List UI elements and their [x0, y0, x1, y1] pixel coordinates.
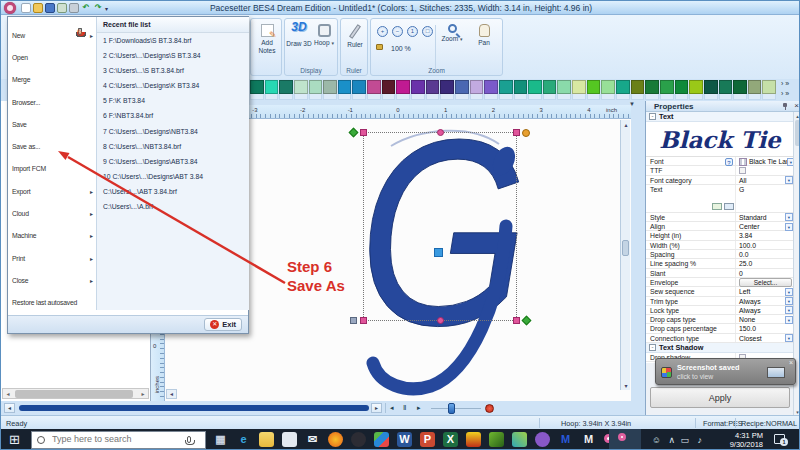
- palette-swatch[interactable]: [470, 80, 484, 94]
- resize-handle-bl[interactable]: [360, 317, 367, 324]
- network-icon[interactable]: ▭: [680, 435, 689, 445]
- tray-clock[interactable]: 4:31 PM 9/30/2018: [711, 431, 763, 449]
- recent-file-item[interactable]: 2 C:\Users\...\Designs\S BT.3.84: [97, 48, 249, 63]
- palette-swatch-empty[interactable]: [382, 94, 396, 100]
- dropdown-caret-icon[interactable]: ▾: [785, 288, 793, 296]
- palette-swatch-empty[interactable]: [587, 94, 601, 100]
- menu-item-import-fcm[interactable]: Import FCM: [8, 158, 96, 180]
- taskbar-icon-photos-collage[interactable]: [374, 432, 389, 447]
- recent-file-item[interactable]: 6 F:\NBT3.84.brf: [97, 108, 249, 123]
- exit-button[interactable]: ✕ Exit: [204, 318, 242, 331]
- recent-file-item[interactable]: 8 C:\Users\...\NBT3.84.brf: [97, 139, 249, 154]
- menu-item-browser[interactable]: Browser...: [8, 91, 96, 113]
- palette-swatch-empty[interactable]: [294, 94, 308, 100]
- canvas-hscroll-left-icon[interactable]: ◂: [166, 389, 177, 399]
- hscroll-right-icon[interactable]: ▸: [371, 403, 382, 413]
- palette-swatch[interactable]: [455, 80, 469, 94]
- zoom-button[interactable]: Zoom ▾: [437, 23, 467, 44]
- text-input-value[interactable]: G: [739, 185, 744, 194]
- palette-swatch-empty[interactable]: [719, 94, 733, 100]
- dropdown-caret-icon[interactable]: ▾: [785, 223, 793, 231]
- palette-swatch-empty[interactable]: [470, 94, 484, 100]
- step-back-icon[interactable]: ◂: [390, 403, 394, 413]
- palette-swatch[interactable]: [514, 80, 528, 94]
- speed-slider-track[interactable]: [431, 408, 481, 409]
- resize-handle-tl[interactable]: [360, 129, 367, 136]
- palette-swatch-empty[interactable]: [733, 94, 747, 100]
- menu-item-export[interactable]: Export▸: [8, 180, 96, 202]
- sequence-scrollbar[interactable]: ◂ ▸: [2, 388, 149, 399]
- zoom-region-icon[interactable]: □: [422, 26, 433, 37]
- palette-swatch[interactable]: [587, 80, 601, 94]
- palette-swatch[interactable]: [279, 80, 293, 94]
- taskbar-icon-store[interactable]: [282, 432, 297, 447]
- new-icon[interactable]: [21, 3, 31, 13]
- property-value[interactable]: Select...: [736, 278, 794, 286]
- collapse-icon[interactable]: -: [649, 113, 656, 120]
- recent-file-item[interactable]: C:\Users\...\ABT 3.84.brf: [97, 184, 249, 199]
- zoom-fit-icon[interactable]: +: [377, 26, 388, 37]
- palette-swatch-empty[interactable]: [528, 94, 542, 100]
- dropdown-caret-icon[interactable]: ▾: [785, 334, 793, 342]
- palette-next-icon[interactable]: › »: [781, 79, 789, 89]
- palette-swatch-empty[interactable]: [689, 94, 703, 100]
- scroll-left-icon[interactable]: ◂: [3, 390, 13, 397]
- palette-swatch[interactable]: [660, 80, 674, 94]
- taskbar-icon-media-dark[interactable]: [351, 432, 366, 447]
- resize-handle-br[interactable]: [513, 317, 520, 324]
- scroll-up-icon[interactable]: ▴: [621, 121, 631, 128]
- palette-swatch-empty[interactable]: [660, 94, 674, 100]
- recent-file-item[interactable]: 3 C:\Users\...\S BT.3.84.brf: [97, 63, 249, 78]
- hidden-icons-chevron[interactable]: ∧: [668, 435, 675, 445]
- palette-swatch-empty[interactable]: [484, 94, 498, 100]
- palette-swatch-empty[interactable]: [411, 94, 425, 100]
- palette-swatch-empty[interactable]: [514, 94, 528, 100]
- recent-file-item[interactable]: 10 C:\Users\...\Designs\ABT 3.84: [97, 169, 249, 184]
- speaker-icon[interactable]: ♪: [698, 435, 703, 445]
- menu-item-save[interactable]: Save: [8, 113, 96, 135]
- palette-swatch[interactable]: [748, 80, 762, 94]
- dropdown-caret-icon[interactable]: ▾: [785, 306, 793, 314]
- palette-next2-icon[interactable]: › »: [781, 89, 789, 99]
- palette-swatch-empty[interactable]: [762, 94, 776, 100]
- palette-swatch-empty[interactable]: [631, 94, 645, 100]
- palette-swatch[interactable]: [440, 80, 454, 94]
- scroll-up-icon[interactable]: ▴: [794, 113, 800, 119]
- lock-icon[interactable]: [376, 44, 383, 50]
- palette-swatch[interactable]: [543, 80, 557, 94]
- property-value[interactable]: Always▾: [736, 306, 794, 314]
- palette-swatch-empty[interactable]: [499, 94, 513, 100]
- resize-handle-top[interactable]: [437, 129, 444, 136]
- toast-subtitle[interactable]: click to view: [677, 373, 713, 380]
- palette-swatch[interactable]: [382, 80, 396, 94]
- menu-item-machine[interactable]: Machine▸: [8, 225, 96, 247]
- play-icon[interactable]: ▸: [417, 403, 421, 413]
- palette-swatch-empty[interactable]: [572, 94, 586, 100]
- palette-swatch[interactable]: [704, 80, 718, 94]
- apply-button[interactable]: Apply: [650, 387, 790, 408]
- help-button[interactable]: ?: [725, 158, 733, 166]
- taskbar-search[interactable]: [31, 431, 206, 449]
- app-menu-button[interactable]: [4, 2, 16, 14]
- property-value[interactable]: [736, 166, 794, 174]
- ruler-button[interactable]: Ruler: [340, 23, 370, 49]
- taskbar-icon-excel[interactable]: X: [443, 432, 458, 447]
- property-value[interactable]: G: [736, 185, 794, 212]
- canvas-vscrollbar[interactable]: ▴ ▾: [620, 120, 630, 390]
- rotation-point-icon[interactable]: [522, 129, 530, 137]
- menu-item-close[interactable]: Close▸: [8, 269, 96, 291]
- property-value[interactable]: Black Tie Large▾: [736, 157, 796, 165]
- palette-swatch[interactable]: [499, 80, 513, 94]
- taskbar-icon-game-yellow[interactable]: [466, 432, 481, 447]
- speed-slider-thumb[interactable]: [448, 403, 455, 414]
- pin-icon[interactable]: [782, 103, 788, 110]
- palette-swatch[interactable]: [484, 80, 498, 94]
- property-value[interactable]: Center▾: [736, 222, 794, 230]
- close-icon[interactable]: ×: [794, 101, 799, 110]
- palette-swatch[interactable]: [338, 80, 352, 94]
- scroll-thumb[interactable]: [795, 120, 800, 146]
- dropdown-caret-icon[interactable]: ▾: [785, 176, 793, 184]
- taskbar-icon-malwarebytes[interactable]: M: [558, 432, 573, 447]
- palette-swatch[interactable]: [675, 80, 689, 94]
- palette-swatch-empty[interactable]: [748, 94, 762, 100]
